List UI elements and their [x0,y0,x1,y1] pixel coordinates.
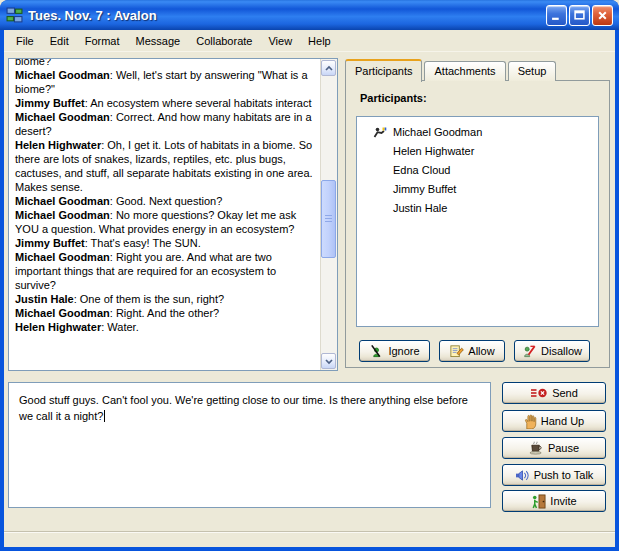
chat-message: Michael GoodmanNo more questions? Okay l… [15,208,316,236]
app-icon [6,7,23,24]
chat-message: Jimmy BuffetAn ecosystem where several h… [15,96,316,110]
app-window: Tues. Nov. 7 : Avalon File Edit Format M… [0,0,619,551]
chat-message: Michael GoodmanGood. Next question? [15,194,316,208]
participants-panel: Participants: Michael Goodman [345,80,610,368]
participant-row[interactable]: Jimmy Buffet [357,179,598,198]
participant-name: Justin Hale [393,202,447,214]
invite-door-icon [531,494,546,509]
message-text: That's easy! The SUN. [91,237,201,249]
scroll-up-button[interactable] [321,60,336,76]
participant-name: Edna Cloud [393,164,451,176]
disallow-button[interactable]: Disallow [514,340,590,362]
message-sender: Jimmy Buffet [15,237,91,249]
participant-row[interactable]: Edna Cloud [357,160,598,179]
hand-raised-icon [373,126,393,138]
minimize-icon [551,10,562,21]
allow-icon [449,344,464,358]
transcript-scrollbar[interactable] [320,59,337,370]
close-icon [597,10,608,21]
tab-setup[interactable]: Setup [508,61,557,81]
hand-up-button[interactable]: Hand Up [502,410,606,432]
chat-message: Helen HighwaterOh, I get it. Lots of hab… [15,138,316,194]
tab-participants[interactable]: Participants [345,59,422,82]
menu-view[interactable]: View [260,32,300,50]
chevron-up-icon [324,64,334,73]
speaker-icon [515,469,530,482]
participant-row[interactable]: Michael Goodman [357,122,598,141]
text-caret [104,410,105,422]
participants-label: Participants: [360,92,427,104]
message-text: An ecosystem where several habitats inte… [90,97,311,109]
maximize-icon [574,10,585,21]
menu-collaborate[interactable]: Collaborate [188,32,260,50]
chat-message: Michael GoodmanWell, let's start by answ… [15,68,316,96]
chat-message: Michael GoodmanRight you are. And what a… [15,250,316,292]
message-text: Right. And the other? [116,307,219,319]
menu-file[interactable]: File [8,32,42,50]
chat-message: Michael GoodmanCorrect. And how many hab… [15,110,316,138]
message-sender: Michael Goodman [15,307,116,319]
participant-name: Jimmy Buffet [393,183,456,195]
maximize-button[interactable] [569,5,590,26]
message-sender: Michael Goodman [15,251,116,263]
transcript-text: biome? Michael GoodmanWell, let's start … [9,59,320,370]
send-label: Send [552,387,578,399]
message-sender: Michael Goodman [15,209,116,221]
hand-up-label: Hand Up [541,415,584,427]
message-input[interactable]: Good stuff guys. Can't fool you. We're g… [8,382,491,508]
menu-message[interactable]: Message [128,32,189,50]
message-sender: Michael Goodman [15,111,116,123]
message-text: Water. [107,321,138,333]
status-bar [4,531,615,547]
allow-button[interactable]: Allow [439,340,505,362]
ignore-button[interactable]: Ignore [359,340,430,362]
disallow-icon [522,344,537,358]
participant-row[interactable]: Helen Highwater [357,141,598,160]
message-sender: Helen Highwater [15,139,107,151]
message-sender: Justin Hale [15,293,80,305]
participants-list[interactable]: Michael Goodman Helen Highwater Edna Clo… [356,116,599,327]
ignore-icon [369,344,384,358]
message-sender: Jimmy Buffet [15,97,90,109]
ignore-label: Ignore [388,345,419,357]
disallow-label: Disallow [541,345,582,357]
chevron-down-icon [324,357,334,366]
menu-format[interactable]: Format [77,32,128,50]
invite-label: Invite [550,495,576,507]
menu-edit[interactable]: Edit [42,32,77,50]
clipped-line: biome? [15,59,316,68]
window-title: Tues. Nov. 7 : Avalon [28,8,546,23]
message-sender: Michael Goodman [15,69,116,81]
tab-attachments[interactable]: Attachments [424,61,505,81]
allow-label: Allow [468,345,494,357]
menu-bar: File Edit Format Message Collaborate Vie… [4,30,615,52]
chat-message: Jimmy BuffetThat's easy! The SUN. [15,236,316,250]
scrollbar-thumb[interactable] [321,180,336,258]
participant-name: Michael Goodman [393,126,482,138]
push-to-talk-button[interactable]: Push to Talk [502,464,606,486]
coffee-cup-icon [529,441,544,456]
pause-label: Pause [548,442,579,454]
message-text: Good. Next question? [116,195,222,207]
composer-text: Good stuff guys. Can't fool you. We're g… [19,394,468,422]
menu-help[interactable]: Help [300,32,339,50]
send-button[interactable]: Send [502,382,606,404]
hand-icon [524,414,537,429]
chat-message: Justin HaleOne of them is the sun, right… [15,292,316,306]
chat-transcript[interactable]: biome? Michael GoodmanWell, let's start … [8,58,338,371]
message-text: One of them is the sun, right? [80,293,224,305]
push-to-talk-label: Push to Talk [534,469,594,481]
send-icon [530,387,548,399]
chat-message: Michael GoodmanRight. And the other? [15,306,316,320]
participant-row[interactable]: Justin Hale [357,198,598,217]
minimize-button[interactable] [546,5,567,26]
participant-name: Helen Highwater [393,145,474,157]
message-sender: Michael Goodman [15,195,116,207]
message-sender: Helen Highwater [15,321,107,333]
pause-button[interactable]: Pause [502,437,606,459]
scroll-down-button[interactable] [321,353,336,369]
title-bar[interactable]: Tues. Nov. 7 : Avalon [0,0,619,30]
tab-strip: Participants Attachments Setup [345,59,558,81]
close-button[interactable] [592,5,613,26]
invite-button[interactable]: Invite [502,490,606,512]
